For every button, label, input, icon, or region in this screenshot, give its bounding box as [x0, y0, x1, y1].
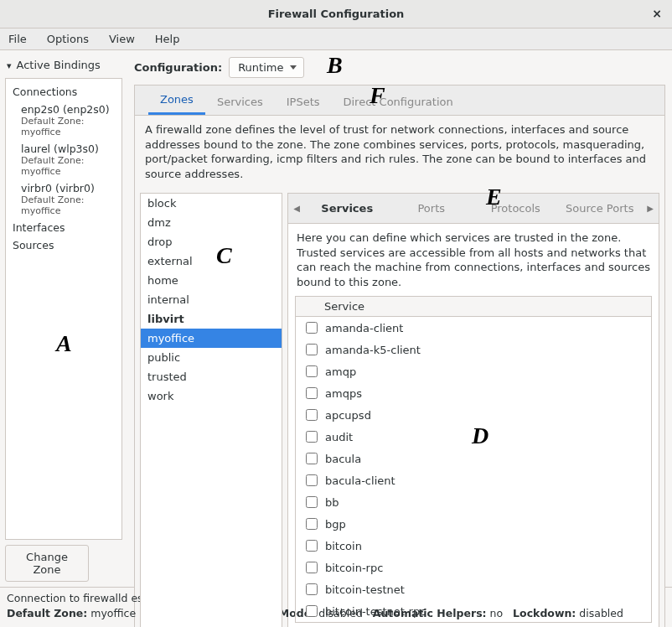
subtab-protocols[interactable]: Protocols: [473, 195, 558, 221]
sidebar-title: Active Bindings: [17, 59, 101, 71]
zone-item[interactable]: home: [141, 271, 282, 290]
service-checkbox[interactable]: [306, 562, 318, 573]
config-row: Configuration: Runtime B: [134, 57, 665, 85]
zone-item[interactable]: trusted: [141, 367, 282, 386]
services-table-header: Service: [296, 297, 651, 317]
service-checkbox[interactable]: [306, 431, 318, 443]
service-name: bgp: [325, 518, 346, 531]
close-icon[interactable]: ×: [649, 5, 665, 22]
window-title: Firewall Configuration: [268, 8, 405, 20]
service-checkbox[interactable]: [306, 409, 318, 421]
menubar: File Options View Help: [0, 28, 672, 50]
zone-item[interactable]: external: [141, 251, 282, 271]
service-name: bb: [325, 496, 339, 509]
service-checkbox[interactable]: [306, 605, 318, 617]
service-row[interactable]: amanda-k5-client: [296, 339, 651, 360]
notebook: Zones Services IPSets Direct Configurati…: [134, 85, 665, 627]
zone-body: block dmz drop external home internal li…: [135, 188, 664, 627]
zone-item[interactable]: work: [141, 386, 282, 406]
services-table: Service amanda-clientamanda-k5-clientamq…: [295, 296, 652, 623]
tab-services[interactable]: Services: [205, 89, 275, 115]
service-name: amanda-client: [325, 322, 403, 334]
service-row[interactable]: apcupsd: [296, 404, 651, 426]
service-row[interactable]: amqps: [296, 382, 651, 404]
service-row[interactable]: bitcoin: [296, 535, 651, 557]
service-row[interactable]: amqp: [296, 360, 651, 382]
zone-subtabs: ◀ Services Ports Protocols Source Ports …: [288, 194, 659, 224]
zone-item[interactable]: internal: [141, 290, 282, 309]
zones-description: A firewalld zone defines the level of tr…: [135, 116, 664, 188]
services-description: Here you can define which services are t…: [288, 224, 659, 296]
service-name: bacula-client: [325, 474, 395, 487]
tab-ipsets[interactable]: IPSets: [275, 89, 332, 115]
service-checkbox[interactable]: [306, 344, 318, 355]
zone-item[interactable]: libvirt: [141, 309, 282, 329]
bindings-panel: Connections enp2s0 (enp2s0) Default Zone…: [5, 78, 122, 540]
service-name: audit: [325, 431, 353, 443]
subtab-services[interactable]: Services: [305, 195, 390, 221]
menu-help[interactable]: Help: [150, 31, 185, 47]
service-checkbox[interactable]: [306, 365, 318, 377]
section-sources[interactable]: Sources: [9, 237, 118, 255]
service-row[interactable]: bb: [296, 491, 651, 513]
sidebar-header[interactable]: ▾ Active Bindings: [5, 55, 122, 78]
zone-item[interactable]: dmz: [141, 213, 282, 232]
main: Configuration: Runtime B Zones Services …: [127, 50, 672, 587]
services-rows[interactable]: amanda-clientamanda-k5-clientamqpamqpsap…: [296, 317, 651, 622]
service-row[interactable]: bitcoin-testnet-rpc: [296, 600, 651, 622]
change-zone-button[interactable]: Change Zone: [5, 545, 89, 582]
config-combo[interactable]: Runtime: [229, 57, 304, 78]
menu-view[interactable]: View: [104, 31, 140, 47]
connection-item[interactable]: virbr0 (virbr0): [9, 180, 118, 194]
service-row[interactable]: bgp: [296, 513, 651, 535]
annotation-b: B: [327, 52, 343, 79]
scroll-left-icon[interactable]: ◀: [288, 204, 305, 213]
zone-list[interactable]: block dmz drop external home internal li…: [140, 193, 282, 627]
service-checkbox[interactable]: [306, 474, 318, 486]
service-name: bitcoin-testnet: [325, 583, 405, 596]
service-checkbox[interactable]: [306, 518, 318, 530]
subtab-ports[interactable]: Ports: [390, 195, 474, 221]
zone-item[interactable]: drop: [141, 232, 282, 251]
service-column-header: Service: [324, 300, 364, 313]
status-default-zone-value: myoffice: [90, 607, 136, 619]
zone-item[interactable]: block: [141, 194, 282, 213]
service-row[interactable]: bacula-client: [296, 469, 651, 491]
service-name: apcupsd: [325, 409, 371, 422]
service-row[interactable]: bitcoin-testnet: [296, 578, 651, 600]
service-checkbox[interactable]: [306, 583, 318, 595]
tabs: Zones Services IPSets Direct Configurati…: [135, 86, 664, 116]
scroll-right-icon[interactable]: ▶: [642, 204, 659, 213]
menu-file[interactable]: File: [3, 31, 32, 47]
service-row[interactable]: bacula: [296, 448, 651, 469]
service-name: amqp: [325, 365, 356, 378]
titlebar: Firewall Configuration ×: [0, 0, 672, 28]
section-interfaces[interactable]: Interfaces: [9, 220, 118, 237]
service-checkbox[interactable]: [306, 496, 318, 508]
chevron-down-icon: ▾: [7, 60, 12, 71]
section-connections[interactable]: Connections: [9, 84, 118, 101]
service-checkbox[interactable]: [306, 540, 318, 552]
connection-sub: Default Zone: myoffice: [9, 155, 118, 180]
service-row[interactable]: audit: [296, 426, 651, 448]
connection-item[interactable]: laurel (wlp3s0): [9, 141, 118, 155]
service-name: amanda-k5-client: [325, 344, 421, 356]
service-row[interactable]: bitcoin-rpc: [296, 557, 651, 578]
connection-sub: Default Zone: myoffice: [9, 116, 118, 141]
service-row[interactable]: amanda-client: [296, 317, 651, 339]
tab-direct[interactable]: Direct Configuration: [332, 89, 465, 115]
zone-item-selected[interactable]: myoffice: [141, 329, 282, 348]
service-name: bitcoin: [325, 540, 362, 552]
tab-zones[interactable]: Zones: [148, 86, 205, 115]
subtab-source-ports[interactable]: Source Ports: [558, 195, 643, 221]
service-name: amqps: [325, 387, 362, 400]
service-name: bitcoin-testnet-rpc: [325, 605, 426, 618]
connection-sub: Default Zone: myoffice: [9, 194, 118, 220]
menu-options[interactable]: Options: [42, 31, 94, 47]
service-checkbox[interactable]: [306, 387, 318, 399]
connection-item[interactable]: enp2s0 (enp2s0): [9, 101, 118, 116]
service-checkbox[interactable]: [306, 453, 318, 464]
service-checkbox[interactable]: [306, 322, 318, 334]
config-label: Configuration:: [134, 61, 222, 74]
zone-item[interactable]: public: [141, 348, 282, 367]
